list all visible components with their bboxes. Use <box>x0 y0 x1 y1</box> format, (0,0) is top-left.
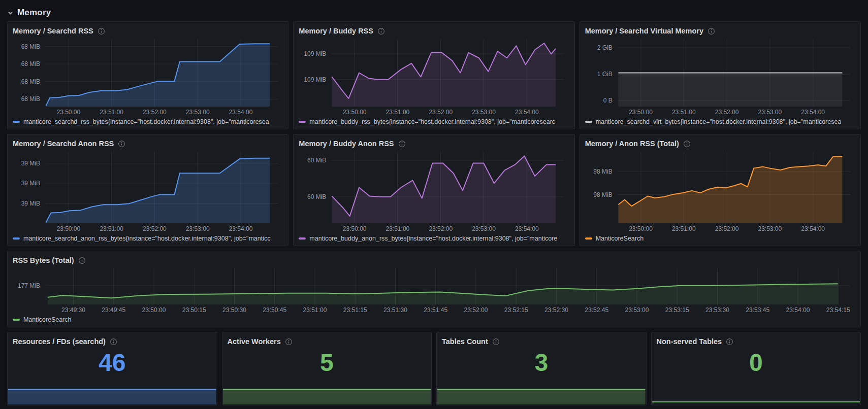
y-axis-tick-label: 68 MiB <box>13 60 40 67</box>
stat-sparkline <box>223 389 431 404</box>
plot-area[interactable]: 98 MiB98 MiB23:50:0023:51:0023:52:0023:5… <box>618 152 850 223</box>
x-axis-tick-label: 23:49:45 <box>102 306 125 314</box>
x-axis-tick-label: 23:53:00 <box>186 109 210 116</box>
row-header-memory[interactable]: Memory <box>7 4 861 21</box>
legend-label[interactable]: manticore_buddy_rss_bytes{instance="host… <box>309 118 555 125</box>
panel-title[interactable]: Memory / Buddy Anon RSS <box>299 140 394 148</box>
x-axis-tick-label: 23:53:30 <box>705 306 729 314</box>
panel-title[interactable]: Active Workers <box>228 337 281 346</box>
x-axis-tick-label: 23:50:00 <box>142 306 166 314</box>
x-axis-tick-label: 23:49:30 <box>61 306 85 314</box>
info-icon[interactable] <box>492 338 500 346</box>
panel-title[interactable]: Memory / Searchd Virtual Memory <box>585 27 703 35</box>
plot-area[interactable]: 2 GiB1 GiB0 B23:50:0023:51:0023:52:0023:… <box>618 39 850 107</box>
panel-title[interactable]: Memory / Buddy RSS <box>299 27 373 35</box>
panel-title[interactable]: Non-served Tables <box>657 337 722 346</box>
x-axis-tick-label: 23:53:00 <box>625 306 649 314</box>
y-axis-tick-label: 60 MiB <box>299 193 326 200</box>
stat-sparkline <box>8 389 216 404</box>
panel-header: Memory / Buddy Anon RSS <box>299 138 569 149</box>
section-title: Memory <box>17 8 51 18</box>
y-axis-tick-label: 1 GiB <box>585 71 613 78</box>
panel-resources-fds: Resources / FDs (searchd) 46 <box>7 332 217 405</box>
y-axis-tick-label: 68 MiB <box>13 95 40 103</box>
panel-title[interactable]: Memory / Searchd RSS <box>13 27 93 35</box>
info-icon[interactable] <box>98 27 105 35</box>
panel-title[interactable]: RSS Bytes (Total) <box>13 256 74 264</box>
info-icon[interactable] <box>683 140 691 148</box>
info-icon[interactable] <box>78 257 86 264</box>
x-axis-tick-label: 23:50:00 <box>343 225 367 232</box>
panel-title[interactable]: Memory / Anon RSS (Total) <box>585 140 679 148</box>
y-axis-tick-label: 68 MiB <box>13 43 40 50</box>
panel-header: Memory / Anon RSS (Total) <box>585 138 855 149</box>
panel-row-3: RSS Bytes (Total) 177 MiB23:49:3023:49:4… <box>7 251 861 327</box>
legend-marker <box>13 319 20 321</box>
timeseries-chart: 68 MiB68 MiB68 MiB68 MiB23:50:0023:51:00… <box>13 37 283 117</box>
timeseries-chart: 2 GiB1 GiB0 B23:50:0023:51:0023:52:0023:… <box>585 37 855 117</box>
x-axis-tick-label: 23:52:00 <box>429 109 453 116</box>
legend-label[interactable]: ManticoreSearch <box>596 235 644 242</box>
legend: ManticoreSearch <box>13 315 855 324</box>
plot-area[interactable]: 60 MiB60 MiB23:50:0023:51:0023:52:0023:5… <box>331 152 564 223</box>
x-axis-tick-label: 23:51:30 <box>383 306 407 314</box>
panel-title[interactable]: Tables Count <box>442 337 488 346</box>
info-icon[interactable] <box>726 338 733 346</box>
info-icon[interactable] <box>377 27 385 35</box>
panel-memory-searchd-virtual: Memory / Searchd Virtual Memory 2 GiB1 G… <box>580 21 861 129</box>
legend: ManticoreSearch <box>585 234 855 243</box>
info-icon[interactable] <box>285 338 293 346</box>
plot-area[interactable]: 39 MiB39 MiB39 MiB23:50:0023:51:0023:52:… <box>45 152 278 223</box>
x-axis-tick-label: 23:50:00 <box>343 109 367 116</box>
plot-area[interactable]: 68 MiB68 MiB68 MiB68 MiB23:50:0023:51:00… <box>45 39 278 107</box>
panel-memory-anon-rss-total: Memory / Anon RSS (Total) 98 MiB98 MiB23… <box>580 134 861 246</box>
y-axis-tick-label: 0 B <box>585 97 613 104</box>
legend-marker <box>299 121 306 123</box>
panel-header: RSS Bytes (Total) <box>13 255 855 266</box>
x-axis-tick-label: 23:51:00 <box>386 225 410 232</box>
panel-non-served-tables: Non-served Tables 0 <box>651 332 861 405</box>
x-axis-tick-label: 23:51:00 <box>672 225 696 232</box>
panel-header: Non-served Tables <box>657 336 856 347</box>
y-axis-tick-label: 2 GiB <box>585 44 613 51</box>
legend-label[interactable]: manticore_buddy_anon_rss_bytes{instance=… <box>309 235 557 242</box>
panel-memory-searchd-rss: Memory / Searchd RSS 68 MiB68 MiB68 MiB6… <box>7 21 288 129</box>
info-icon[interactable] <box>110 338 117 346</box>
panel-header: Tables Count <box>442 336 641 347</box>
panel-row-4: Resources / FDs (searchd) 46 Active Work… <box>7 332 861 405</box>
x-axis-tick-label: 23:53:00 <box>186 225 210 232</box>
x-axis-tick-label: 23:53:45 <box>746 306 769 314</box>
panel-title[interactable]: Memory / Searchd Anon RSS <box>13 140 114 148</box>
x-axis-tick-label: 23:53:00 <box>472 109 496 116</box>
y-axis-tick-label: 177 MiB <box>13 282 40 289</box>
plot-area[interactable]: 109 MiB109 MiB23:50:0023:51:0023:52:0023… <box>331 39 564 107</box>
x-axis-tick-label: 23:54:00 <box>229 225 253 232</box>
chevron-down-icon[interactable] <box>7 10 14 16</box>
legend: manticore_buddy_anon_rss_bytes{instance=… <box>299 234 569 243</box>
panel-rss-bytes-total: RSS Bytes (Total) 177 MiB23:49:3023:49:4… <box>7 251 861 327</box>
legend-label[interactable]: manticore_searchd_virt_bytes{instance="h… <box>596 118 842 125</box>
panel-memory-buddy-anon-rss: Memory / Buddy Anon RSS 60 MiB60 MiB23:5… <box>293 134 574 246</box>
x-axis-tick-label: 23:50:00 <box>56 225 80 232</box>
x-axis-tick-label: 23:53:15 <box>665 306 689 314</box>
stat-value: 46 <box>8 351 217 375</box>
x-axis-tick-label: 23:51:15 <box>343 306 367 314</box>
legend-label[interactable]: ManticoreSearch <box>23 316 72 323</box>
legend: manticore_searchd_rss_bytes{instance="ho… <box>13 117 283 126</box>
x-axis-tick-label: 23:52:00 <box>715 109 739 116</box>
legend-label[interactable]: manticore_searchd_rss_bytes{instance="ho… <box>23 118 269 125</box>
panel-header: Memory / Searchd Virtual Memory <box>585 25 855 37</box>
panel-title[interactable]: Resources / FDs (searchd) <box>13 337 106 346</box>
info-icon[interactable] <box>708 27 715 35</box>
legend: manticore_buddy_rss_bytes{instance="host… <box>299 117 569 126</box>
panel-header: Resources / FDs (searchd) <box>13 336 212 347</box>
y-axis-tick-label: 60 MiB <box>299 157 326 164</box>
x-axis-tick-label: 23:54:00 <box>801 225 825 232</box>
stat-value: 0 <box>652 351 861 375</box>
plot-area[interactable]: 177 MiB23:49:3023:49:4523:50:0023:50:152… <box>45 268 850 304</box>
info-icon[interactable] <box>118 140 125 148</box>
legend-label[interactable]: manticore_searchd_anon_rss_bytes{instanc… <box>23 235 271 242</box>
panel-header: Memory / Buddy RSS <box>299 25 569 37</box>
info-icon[interactable] <box>398 140 406 148</box>
stat-sparkline <box>437 389 646 404</box>
